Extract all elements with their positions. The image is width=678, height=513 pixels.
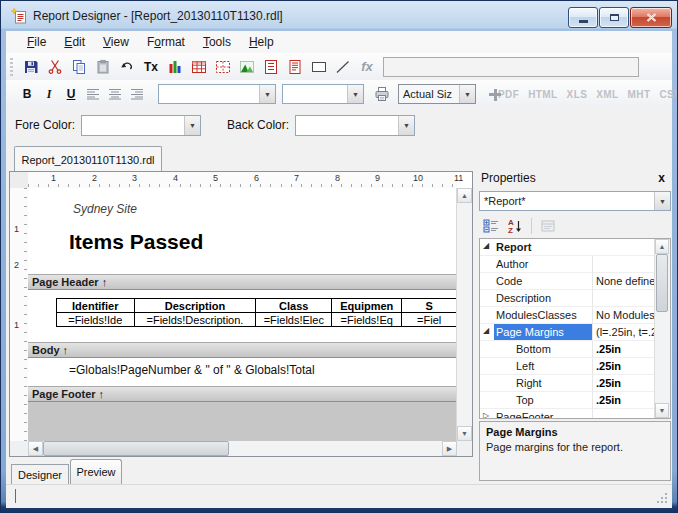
property-value[interactable] [592, 239, 655, 255]
export-mht-button[interactable]: MHT [628, 89, 651, 100]
textbox-button[interactable]: Tx [139, 56, 163, 78]
expression-input[interactable] [383, 57, 639, 77]
expander-icon[interactable]: ▷ [483, 411, 493, 419]
property-value[interactable] [592, 290, 655, 306]
table-cell[interactable]: =Fiel [402, 313, 457, 327]
undo-button[interactable] [115, 56, 139, 78]
property-pages-button[interactable] [538, 216, 558, 236]
menu-tools[interactable]: Tools [194, 33, 240, 51]
report-table[interactable]: Identifier Description Class Equipmen S … [56, 298, 457, 327]
property-value[interactable]: No Modules [592, 307, 655, 323]
list-button[interactable] [259, 56, 283, 78]
menu-view[interactable]: View [94, 33, 138, 51]
property-row-top[interactable]: Top .25in [480, 392, 655, 409]
property-row-report[interactable]: ◢ Report [480, 239, 655, 256]
chevron-down-icon[interactable]: ▼ [654, 192, 670, 210]
scroll-up-button[interactable]: ▲ [457, 188, 472, 203]
table-cell[interactable]: =Fields!Elec [256, 313, 332, 327]
scrollbar-thumb[interactable] [43, 441, 229, 456]
table-header-cell[interactable]: S [402, 299, 457, 313]
maximize-button[interactable] [599, 7, 629, 28]
property-row-left[interactable]: Left .25in [480, 358, 655, 375]
table-header-cell[interactable]: Description [134, 299, 256, 313]
align-left-button[interactable] [82, 83, 104, 105]
underline-button[interactable]: U [60, 83, 82, 105]
zoom-combobox[interactable]: Actual Siz ▼ [398, 84, 476, 104]
export-csv-button[interactable]: CSV [659, 89, 678, 100]
chevron-down-icon[interactable]: ▼ [347, 85, 363, 103]
scroll-right-button[interactable]: ▶ [442, 441, 457, 456]
back-color-combobox[interactable]: ▼ [295, 115, 415, 136]
categorized-view-button[interactable] [481, 216, 501, 236]
table-header-cell[interactable]: Class [256, 299, 332, 313]
fore-color-combobox[interactable]: ▼ [81, 115, 201, 136]
matrix-button[interactable] [211, 56, 235, 78]
tab-designer[interactable]: Designer [11, 464, 69, 484]
tab-preview[interactable]: Preview [70, 459, 122, 484]
property-row-bottom[interactable]: Bottom .25in [480, 341, 655, 358]
report-title-textbox[interactable]: Items Passed [69, 230, 203, 254]
save-button[interactable] [19, 56, 43, 78]
chevron-down-icon[interactable]: ▼ [459, 85, 475, 103]
property-value[interactable]: .25in [592, 392, 655, 408]
horizontal-scrollbar[interactable]: ◀ ▶ [28, 441, 457, 456]
table-button[interactable] [187, 56, 211, 78]
table-cell[interactable]: =Fields!Description. [134, 313, 256, 327]
export-html-button[interactable]: HTML [528, 89, 557, 100]
close-button[interactable] [630, 7, 672, 28]
property-value[interactable]: (l=.25in, t=.2 [592, 324, 655, 340]
expander-icon[interactable]: ◢ [483, 326, 493, 335]
object-selector-combobox[interactable]: *Report* ▼ [479, 191, 671, 211]
property-value[interactable] [592, 256, 655, 272]
chart-button[interactable] [163, 56, 187, 78]
scroll-down-button[interactable]: ▼ [457, 426, 472, 441]
line-button[interactable] [331, 56, 355, 78]
table-cell[interactable]: =Fields!Ide [57, 313, 135, 327]
chevron-down-icon[interactable]: ▼ [398, 116, 414, 135]
scroll-down-button[interactable]: ▼ [655, 403, 669, 418]
scroll-up-button[interactable]: ▲ [655, 239, 669, 254]
menu-format[interactable]: Format [138, 33, 194, 51]
export-pdf-button[interactable]: PDF [498, 89, 519, 100]
scrollbar-thumb[interactable] [656, 254, 668, 312]
property-row-pagefooter[interactable]: ▷ PageFooter [480, 409, 655, 419]
resize-grip-icon[interactable] [665, 501, 667, 503]
property-value[interactable] [592, 409, 655, 419]
property-grid-scrollbar[interactable]: ▲ ▼ [654, 239, 670, 418]
table-cell[interactable]: =Fields!Eq [332, 313, 402, 327]
copy-button[interactable] [67, 56, 91, 78]
property-row-page-margins[interactable]: ◢ Page Margins (l=.25in, t=.2 [480, 324, 655, 341]
menu-file[interactable]: File [18, 33, 55, 51]
scroll-left-button[interactable]: ◀ [28, 441, 43, 456]
subreport-button[interactable] [283, 56, 307, 78]
font-combobox[interactable]: ▼ [158, 84, 276, 104]
close-panel-button[interactable]: x [658, 171, 665, 185]
vertical-scrollbar[interactable]: ▲ ▼ [456, 188, 472, 441]
font-size-combobox[interactable]: ▼ [282, 84, 364, 104]
property-row-modulesclasses[interactable]: ModulesClasses No Modules [480, 307, 655, 324]
chevron-down-icon[interactable]: ▼ [184, 116, 200, 135]
property-value[interactable]: .25in [592, 375, 655, 391]
align-center-button[interactable] [104, 83, 126, 105]
property-row-right[interactable]: Right .25in [480, 375, 655, 392]
report-canvas[interactable]: Sydney Site Items Passed Page Header ↑ I… [28, 188, 457, 441]
page-header-band[interactable]: Page Header ↑ [28, 274, 457, 290]
chevron-down-icon[interactable]: ▼ [259, 85, 275, 103]
property-value[interactable]: None define [592, 273, 655, 289]
italic-button[interactable]: I [38, 83, 60, 105]
page-footer-band[interactable]: Page Footer ↑ [28, 386, 457, 402]
export-xml-button[interactable]: XML [596, 89, 618, 100]
property-value[interactable]: .25in [592, 341, 655, 357]
menu-edit[interactable]: Edit [55, 33, 94, 51]
site-textbox[interactable]: Sydney Site [73, 202, 137, 216]
property-row-author[interactable]: Author [480, 256, 655, 273]
expander-icon[interactable]: ◢ [483, 241, 493, 250]
table-header-cell[interactable]: Equipmen [332, 299, 402, 313]
property-value[interactable]: .25in [592, 358, 655, 374]
toolbar-grip[interactable] [10, 58, 13, 76]
rectangle-button[interactable] [307, 56, 331, 78]
document-tab[interactable]: Report_20130110T1130.rdl [14, 146, 162, 172]
table-header-cell[interactable]: Identifier [57, 299, 135, 313]
alphabetical-sort-button[interactable]: A Z [505, 216, 525, 236]
align-right-button[interactable] [126, 83, 148, 105]
